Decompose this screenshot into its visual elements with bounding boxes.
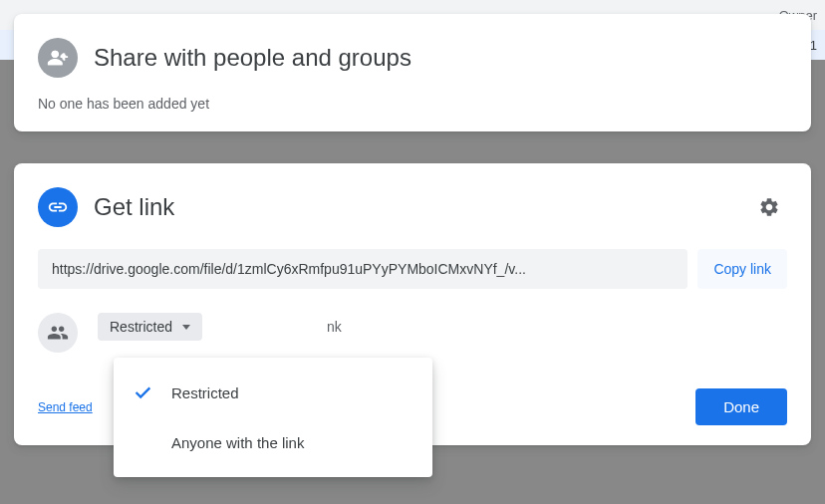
people-icon — [47, 322, 69, 344]
check-placeholder — [132, 431, 153, 453]
access-dropdown-chip[interactable]: Restricted — [98, 313, 202, 341]
link-card-header: Get link — [38, 187, 787, 227]
svg-rect-4 — [63, 53, 65, 59]
dropdown-option-anyone[interactable]: Anyone with the link — [114, 417, 432, 467]
dropdown-option-label: Restricted — [171, 384, 239, 401]
dropdown-option-restricted[interactable]: Restricted — [114, 368, 432, 417]
link-card-title: Get link — [94, 193, 174, 221]
link-url-row: https://drive.google.com/file/d/1zmlCy6x… — [38, 249, 787, 289]
share-people-card: Share with people and groups No one has … — [14, 14, 811, 131]
svg-point-2 — [52, 51, 58, 57]
copy-link-button[interactable]: Copy link — [697, 249, 787, 289]
share-card-header[interactable]: Share with people and groups — [38, 38, 787, 78]
link-settings-button[interactable] — [751, 189, 787, 225]
share-card-title: Share with people and groups — [94, 44, 412, 72]
person-add-icon — [47, 47, 69, 69]
send-feedback-link[interactable]: Send feed — [38, 400, 93, 414]
access-dropdown-container: Restricted nk — [98, 313, 342, 329]
share-empty-message: No one has been added yet — [38, 96, 787, 112]
check-icon — [132, 381, 153, 403]
access-selected-label: Restricted — [110, 319, 172, 335]
chevron-down-icon — [182, 325, 190, 330]
done-button[interactable]: Done — [695, 388, 787, 425]
access-dropdown-menu: Restricted Anyone with the link — [114, 358, 432, 477]
people-icon-circle — [38, 313, 78, 353]
link-icon-circle — [38, 187, 78, 227]
person-add-icon-circle — [38, 38, 78, 78]
link-icon — [47, 196, 69, 218]
gear-icon — [758, 196, 780, 218]
link-url-box[interactable]: https://drive.google.com/file/d/1zmlCy6x… — [38, 249, 688, 289]
dropdown-option-label: Anyone with the link — [171, 434, 304, 451]
access-row: Restricted nk — [38, 313, 787, 353]
